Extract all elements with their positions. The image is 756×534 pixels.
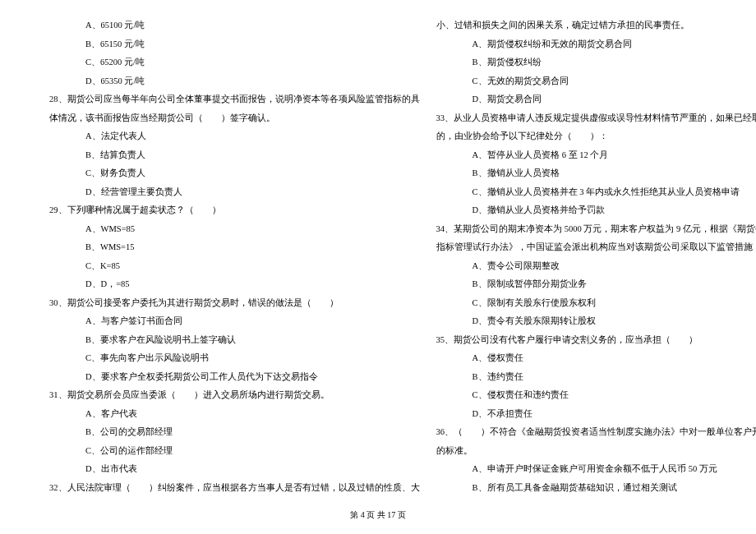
answer-option: B、65150 元/吨 — [49, 35, 420, 54]
answer-option: B、限制或暂停部分期货业务 — [436, 275, 757, 294]
question-text: 28、期货公司应当每半年向公司全体董事提交书面报告，说明净资本等各项风险监管指标… — [49, 90, 420, 109]
answer-option: C、无效的期货交易合同 — [436, 72, 757, 91]
answer-option: C、事先向客户出示风险说明书 — [49, 349, 420, 368]
question-text: 指标管理试行办法》，中国证监会派出机构应当对该期货公司采取以下监管措施（ ） — [436, 238, 757, 257]
answer-option: A、法定代表人 — [49, 127, 420, 146]
answer-option: C、65200 元/吨 — [49, 53, 420, 72]
answer-option: C、公司的运作部经理 — [49, 442, 420, 461]
answer-option: C、侵权责任和违约责任 — [436, 386, 757, 405]
answer-option: A、WMS=85 — [49, 220, 420, 239]
exam-page: A、65100 元/吨 B、65150 元/吨 C、65200 元/吨 D、65… — [0, 0, 756, 497]
question-text: 36、（ ）不符合《金融期货投资者适当性制度实施办法》中对一般单位客户开立交易编… — [436, 423, 757, 442]
answer-option: D、出市代表 — [49, 460, 420, 479]
question-text: 31、期货交易所会员应当委派（ ）进入交易所场内进行期货交易。 — [49, 386, 420, 405]
question-text: 的标准。 — [436, 442, 757, 461]
answer-option: C、撤销从业人员资格并在 3 年内或永久性拒绝其从业人员资格申请 — [436, 183, 757, 202]
answer-option: A、客户代表 — [49, 405, 420, 424]
question-text: 体情况，该书面报告应当经期货公司（ ）签字确认。 — [49, 109, 420, 128]
answer-option: D、D，=85 — [49, 275, 420, 294]
answer-option: D、要求客户全权委托期货公司工作人员代为下达交易指令 — [49, 368, 420, 387]
answer-option: A、65100 元/吨 — [49, 16, 420, 35]
answer-option: A、期货侵权纠纷和无效的期货交易合同 — [436, 35, 757, 54]
answer-option: D、经营管理主要负责人 — [49, 183, 420, 202]
question-text: 33、从业人员资格申请人违反规定提供虚假或误导性材料情节严重的，如果已经取得从业… — [436, 109, 757, 128]
page-footer: 第 4 页 共 17 页 — [0, 509, 756, 521]
question-text: 的，由业协会给予以下纪律处分（ ）： — [436, 127, 757, 146]
answer-option: B、撤销从业人员资格 — [436, 164, 757, 183]
answer-option: B、要求客户在风险说明书上签字确认 — [49, 331, 420, 350]
answer-option: C、限制有关股东行使股东权利 — [436, 294, 757, 313]
question-text: 29、下列哪种情况属于超卖状态？（ ） — [49, 201, 420, 220]
answer-option: B、WMS=15 — [49, 238, 420, 257]
question-text: 35、期货公司没有代客户履行申请交割义务的，应当承担（ ） — [436, 331, 757, 350]
answer-option: A、申请开户时保证金账户可用资金余额不低于人民币 50 万元 — [436, 460, 757, 479]
answer-option: B、所有员工具备金融期货基础知识，通过相关测试 — [436, 479, 757, 498]
answer-option: A、暂停从业人员资格 6 至 12 个月 — [436, 146, 757, 165]
question-text: 30、期货公司接受客户委托为其进行期货交易时，错误的做法是（ ） — [49, 294, 420, 313]
answer-option: A、责令公司限期整改 — [436, 257, 757, 276]
answer-option: B、期货侵权纠纷 — [436, 53, 757, 72]
answer-option: D、责令有关股东限期转让股权 — [436, 312, 757, 331]
question-text: 32、人民法院审理（ ）纠纷案件，应当根据各方当事人是否有过错，以及过错的性质、… — [49, 479, 420, 498]
answer-option: D、撤销从业人员资格并给予罚款 — [436, 201, 757, 220]
answer-option: A、与客户签订书面合同 — [49, 312, 420, 331]
answer-option: D、65350 元/吨 — [49, 72, 420, 91]
answer-option: D、期货交易合同 — [436, 90, 757, 109]
answer-option: B、公司的交易部经理 — [49, 423, 420, 442]
answer-option: C、K=85 — [49, 257, 420, 276]
answer-option: C、财务负责人 — [49, 164, 420, 183]
answer-option: A、侵权责任 — [436, 349, 757, 368]
question-text: 34、某期货公司的期末净资本为 5000 万元，期末客户权益为 9 亿元，根据《… — [436, 220, 757, 239]
question-text: 小、过错和损失之间的因果关系，确定过错方承担的民事责任。 — [436, 16, 757, 35]
answer-option: D、不承担责任 — [436, 405, 757, 424]
right-column: 小、过错和损失之间的因果关系，确定过错方承担的民事责任。 A、期货侵权纠纷和无效… — [428, 16, 757, 497]
answer-option: B、结算负责人 — [49, 146, 420, 165]
answer-option: B、违约责任 — [436, 368, 757, 387]
left-column: A、65100 元/吨 B、65150 元/吨 C、65200 元/吨 D、65… — [0, 16, 428, 497]
